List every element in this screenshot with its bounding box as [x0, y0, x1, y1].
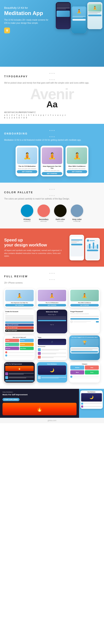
cat-label: Inner Peace [20, 348, 26, 349]
category-grid: Anxiety Relaxing Focus Emotions Self-Car… [5, 339, 34, 350]
music-explore-btn[interactable]: START EXPLORING [2, 398, 19, 401]
notif-card [70, 347, 99, 354]
cat-cell-innerpeace[interactable]: Inner Peace [20, 347, 34, 350]
dot [52, 195, 52, 196]
forgot-send-btn[interactable] [70, 318, 99, 320]
daily-text [41, 377, 66, 378]
hero-subtitle: Beautifully UI Kit for [4, 6, 50, 10]
cat-label: Relaxing [20, 340, 24, 341]
cat-2-label: Focus [90, 372, 93, 373]
send-btn-small[interactable] [96, 321, 99, 322]
google-btn[interactable]: G Sign up with Google [5, 326, 34, 329]
apple-btn[interactable]: ⌘ Sign up with Apple [5, 330, 34, 332]
screen-btn [72, 19, 86, 21]
notif-btn[interactable] [71, 351, 98, 352]
daily-card-thumb-2 [81, 406, 83, 408]
typography-dots [4, 73, 100, 74]
dot [52, 79, 52, 80]
review-phone-10: Music For Self Improvement 🔥 [4, 362, 35, 382]
form-subtitle: OTP [5, 313, 34, 314]
dark-list-2 [5, 376, 34, 380]
forgot-desc: Enter your email to reset your password [70, 313, 99, 314]
aa-sample: Aa [4, 100, 100, 110]
dark-line [9, 374, 24, 374]
screen-line [72, 16, 86, 17]
hero-phone-2: 🧘 [72, 6, 87, 33]
daily-card-text-2 [84, 406, 102, 407]
color-secondary: Secondary #F07167 [37, 204, 50, 222]
facebook-btn[interactable]: f Sign up with Facebook [5, 324, 34, 326]
daily-emoji: 🌙 [50, 368, 54, 372]
fb-label: Sign up with Facebook [7, 324, 18, 326]
cat-2-4[interactable]: Focus [85, 370, 99, 374]
stats-bars [87, 242, 98, 249]
daily-card-list [81, 402, 102, 408]
music-dark-title: Music For Self Improvement [5, 364, 34, 365]
onboarding-cta-1[interactable]: GET STARTED [17, 170, 37, 173]
review-row-2: Create An Account OTP f Sign up with Fac… [4, 310, 100, 333]
stat-bar-4 [93, 242, 94, 249]
color-name-primary: Primary [21, 218, 33, 220]
typography-section: TYPOGRAPHY We've picked clean and trendy… [0, 67, 104, 124]
screen-header [57, 3, 70, 7]
color-primary: Primary #0092C9 [21, 204, 33, 222]
color-hex-secondary: #F07167 [37, 220, 50, 222]
cat-2-2[interactable]: Sleep [85, 366, 99, 370]
review-phone-8: Today 🎵 Recommended [37, 336, 67, 360]
rp-btn-2[interactable]: GET STARTED [38, 304, 66, 306]
apple-icon: ⌘ [6, 330, 7, 331]
music-section-label: Daily Meditation [2, 391, 77, 393]
screen-img: 🧘 [88, 4, 102, 12]
cat-2-3[interactable]: Music [70, 370, 84, 374]
cat-label: Focus [6, 344, 9, 345]
signup-link-text[interactable]: Sign Up [50, 324, 54, 325]
review-label: FULL REVIEW [4, 275, 100, 278]
review-phone-4: Create An Account OTP f Sign up with Fac… [4, 310, 35, 333]
sp-bar-1 [71, 240, 82, 240]
cat-cell-selfcare[interactable]: Self-Care [5, 347, 19, 350]
color-hex-dark: #141101 [54, 220, 67, 222]
hero-phone-1-screen [56, 2, 71, 29]
cat-list [70, 375, 99, 378]
onboarding-screen-1-img: 🧘 [17, 148, 37, 164]
signin-btn[interactable] [38, 320, 66, 321]
onboarding-cta-3[interactable]: GET STARTED [67, 170, 87, 173]
google-icon: G [6, 327, 7, 328]
signin-field-1 [38, 316, 66, 318]
dot [52, 130, 52, 131]
form-field-3 [5, 318, 34, 319]
list-thumb-3 [38, 356, 41, 358]
cat-cell-focus[interactable]: Focus [5, 343, 19, 346]
daily-card-emoji: 🌙 [90, 395, 94, 399]
review-row-3: How can we help you? Anxiety Relaxing Fo… [4, 336, 100, 360]
rp-btn-1[interactable]: GET STARTED [5, 304, 34, 306]
cat-cell-anxiety[interactable]: Anxiety [5, 339, 19, 342]
music-start-btn[interactable] [5, 380, 34, 382]
stat-bar-1 [87, 245, 88, 249]
review-phone-5: Welcome Back! Please Sign In Sign Up [37, 310, 67, 333]
dark-thumb-2 [5, 376, 8, 379]
dot [54, 73, 55, 74]
cat-acc-1 [70, 375, 99, 378]
rp-btn-3[interactable]: GET STARTED [70, 304, 99, 306]
rp-img-3: 🧘 [70, 290, 99, 301]
cat-title: How can we help you? [5, 337, 34, 338]
cat-cell-emotions[interactable]: Emotions [20, 343, 34, 346]
onboarding-cta-2[interactable]: GET STARTED [42, 172, 62, 175]
rp-title-3: Rise With Confidence [70, 302, 99, 303]
meditation-emoji-3: 🧘 [73, 152, 81, 160]
cat-cell-relaxing[interactable]: Relaxing [20, 339, 34, 342]
onboarding-screen-1-desc: Reach your goals with meditation [17, 168, 37, 169]
cat-2-1[interactable]: Meditate [70, 366, 84, 370]
hero-phone-1 [56, 2, 71, 29]
acc-line [73, 376, 99, 377]
sp-header [71, 236, 82, 239]
palette-description: The colors are picked carefully to match… [4, 197, 100, 200]
review-phone-11: Daily Meditation 🌙 [37, 362, 67, 382]
screen-img [57, 11, 70, 17]
onboarding-phones: 🧘 The A-Z Of Motivation Reach your goals… [4, 146, 100, 176]
screen-line [72, 17, 83, 18]
color-hex-primary: #0092C9 [21, 220, 33, 222]
sp-avatar [87, 240, 89, 242]
form-signup-btn[interactable] [5, 322, 34, 323]
